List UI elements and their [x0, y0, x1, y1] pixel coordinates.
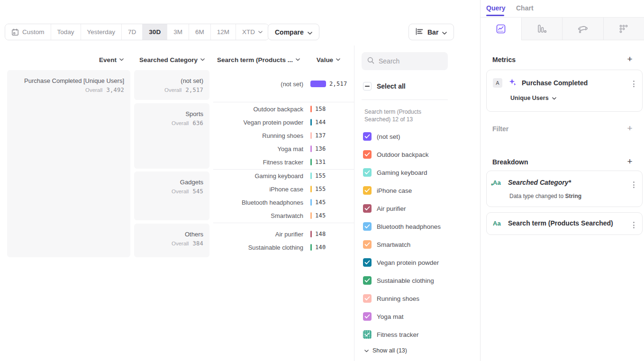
filter-item-checkbox[interactable]	[363, 294, 372, 303]
column-header-label: Search term (Products ...	[217, 56, 293, 63]
column-header-2[interactable]: Searched Category	[132, 55, 212, 64]
search-term-label: Fitness tracker	[213, 159, 303, 166]
filter-item[interactable]: Air purifier	[363, 203, 406, 214]
report-tab-flows[interactable]	[562, 18, 603, 40]
date-range-label: Yesterday	[87, 28, 116, 36]
report-tab-insights[interactable]	[481, 18, 521, 40]
filter-item[interactable]: iPhone case	[363, 185, 412, 196]
add-breakdown-button[interactable]: +	[625, 157, 635, 166]
date-range-xtd[interactable]: XTD	[236, 24, 269, 40]
date-range-7d[interactable]: 7D	[122, 24, 143, 40]
search-term-label: Air purifier	[213, 231, 303, 238]
breakdown-note-bold: String	[565, 193, 581, 199]
value-row[interactable]: Smartwatch145	[213, 209, 354, 222]
date-range-today[interactable]: Today	[51, 24, 81, 40]
value-row[interactable]: (not set)2,517	[213, 77, 354, 90]
filter-item[interactable]: Vegan protein powder	[363, 257, 439, 268]
filter-item[interactable]: (not set)	[363, 131, 400, 142]
filter-item-label: Air purifier	[377, 205, 406, 212]
column-header-4[interactable]: Value	[308, 55, 349, 64]
category-cell[interactable]: GadgetsOverall545	[134, 171, 209, 220]
search-term-label: Gaming keyboard	[213, 172, 303, 180]
filter-item-checkbox[interactable]	[363, 330, 372, 339]
value-row[interactable]: Sustainable clothing140	[213, 241, 354, 254]
select-all-row[interactable]: Select all	[363, 82, 406, 90]
value-row[interactable]: Fitness tracker131	[213, 155, 354, 169]
event-cell[interactable]: Purchase Completed [Unique Users] Overal…	[7, 70, 130, 257]
value-row[interactable]: Bluetooth headphones145	[213, 196, 354, 209]
category-name: Gadgets	[139, 178, 203, 187]
date-range-30d[interactable]: 30D	[143, 24, 167, 40]
funnel-icon	[536, 24, 547, 34]
breakdown-menu-icon[interactable]	[631, 220, 636, 230]
filter-item-checkbox[interactable]	[363, 222, 372, 231]
filter-item[interactable]: Outdoor backpack	[363, 149, 429, 160]
breakdown-card[interactable]: Aa*Searched Category*Data type changed t…	[486, 171, 643, 207]
breakdown-menu-icon[interactable]	[631, 180, 636, 190]
filter-item-checkbox[interactable]	[363, 204, 372, 213]
add-filter-button[interactable]: +	[625, 124, 635, 133]
value-row[interactable]: Outdoor backpack158	[213, 102, 354, 116]
value-row[interactable]: Air purifier148	[213, 227, 354, 241]
aggregation-label: Unique Users	[510, 95, 549, 101]
filter-item[interactable]: Gaming keyboard	[363, 167, 427, 178]
filter-item[interactable]: Smartwatch	[363, 239, 410, 250]
value-row[interactable]: Vegan protein powder144	[213, 116, 354, 129]
filter-item-checkbox[interactable]	[363, 186, 372, 195]
filter-item-checkbox[interactable]	[363, 240, 372, 249]
chart-type-button[interactable]: Bar	[408, 24, 454, 40]
filter-item-label: Gaming keyboard	[377, 169, 427, 176]
category-name: Others	[139, 230, 203, 239]
value-number: 155	[315, 186, 326, 192]
value-row[interactable]: Gaming keyboard155	[213, 169, 354, 182]
search-term-label: iPhone case	[213, 186, 303, 193]
event-name: Purchase Completed [Unique Users]	[12, 77, 124, 85]
value-number: 140	[315, 244, 326, 251]
filter-item[interactable]: Fitness tracker	[363, 329, 419, 340]
date-range-12m[interactable]: 12M	[211, 24, 236, 40]
report-tab-retention[interactable]	[603, 18, 644, 40]
compare-button[interactable]: Compare	[268, 24, 319, 40]
chevron-down-icon	[308, 28, 312, 36]
select-all-checkbox[interactable]	[363, 82, 372, 90]
filter-item-checkbox[interactable]	[363, 132, 372, 141]
tab-chart[interactable]: Chart	[516, 4, 534, 12]
filter-item[interactable]: Sustainable clothing	[363, 275, 434, 286]
category-cell[interactable]: SportsOverall636	[134, 103, 209, 169]
metric-menu-icon[interactable]	[631, 79, 636, 89]
search-term-label: Running shoes	[213, 132, 303, 139]
value-bar	[310, 186, 312, 192]
chart-type-label: Bar	[427, 28, 438, 36]
report-tab-funnel[interactable]	[521, 18, 562, 40]
value-row[interactable]: Yoga mat136	[213, 142, 354, 155]
filter-item-checkbox[interactable]	[363, 168, 372, 177]
breakdown-card[interactable]: AaSearch term (Products Searched)	[486, 212, 643, 235]
tab-query[interactable]: Query	[486, 4, 505, 12]
value-row[interactable]: Running shoes137	[213, 129, 354, 142]
filter-item-checkbox[interactable]	[363, 150, 372, 159]
search-term-label: Smartwatch	[213, 212, 303, 219]
category-overall-value: 636	[192, 120, 203, 126]
date-range-custom[interactable]: Custom	[5, 24, 51, 40]
category-cell[interactable]: (not set)Overall2,517	[134, 70, 209, 100]
value-number: 148	[315, 231, 326, 237]
filter-item-checkbox[interactable]	[363, 258, 372, 267]
filter-item-checkbox[interactable]	[363, 276, 372, 285]
filter-item[interactable]: Running shoes	[363, 293, 419, 304]
category-cell[interactable]: OthersOverall384	[134, 224, 209, 257]
date-range-3m[interactable]: 3M	[167, 24, 189, 40]
date-range-yesterday[interactable]: Yesterday	[81, 24, 122, 40]
date-range-6m[interactable]: 6M	[189, 24, 211, 40]
filter-item[interactable]: Yoga mat	[363, 311, 404, 322]
filter-item-checkbox[interactable]	[363, 312, 372, 321]
filter-item[interactable]: Bluetooth headphones	[363, 221, 441, 232]
search-input[interactable]	[379, 57, 440, 65]
search-term-label: (not set)	[213, 81, 303, 88]
column-header-3[interactable]: Search term (Products ...	[212, 55, 305, 64]
value-row[interactable]: iPhone case155	[213, 182, 354, 196]
add-metric-button[interactable]: +	[625, 54, 635, 64]
metric-card[interactable]: A Purchase Completed Unique Users	[486, 70, 643, 112]
value-number: 136	[315, 145, 326, 152]
aggregation-selector[interactable]: Unique Users	[510, 95, 556, 101]
show-all-link[interactable]: Show all (13)	[364, 347, 407, 354]
